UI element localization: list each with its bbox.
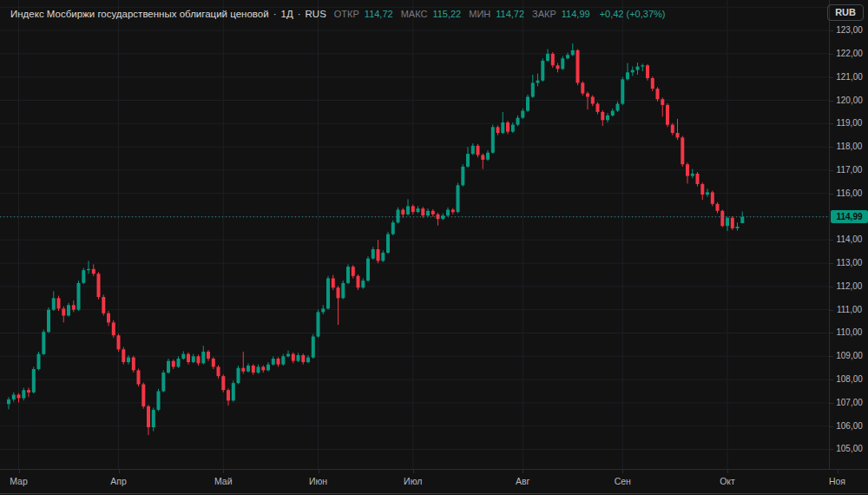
- price-axis-tick: [830, 310, 833, 311]
- price-axis-label: 107,00: [830, 398, 868, 408]
- close-value: 114,99: [562, 9, 590, 19]
- price-axis-tick: [830, 426, 833, 427]
- time-axis-tick: [523, 470, 523, 473]
- price-axis-tick: [830, 170, 833, 171]
- timeframe-label[interactable]: 1Д: [280, 9, 293, 19]
- price-axis-tick: [830, 77, 833, 78]
- price-axis-label: 108,00: [830, 374, 868, 385]
- low-value: 114,72: [496, 9, 524, 19]
- price-axis-label: 121,00: [830, 72, 868, 82]
- price-axis-tick: [830, 30, 833, 31]
- trading-chart-window: Индекс Мосбиржи государственных облигаци…: [0, 0, 868, 495]
- price-axis-tick: [830, 101, 833, 102]
- price-axis-tick: [830, 287, 833, 287]
- price-axis-tick: [830, 263, 833, 264]
- price-axis-label: 118,00: [830, 142, 868, 152]
- time-axis-label-Мар: Мар: [10, 476, 28, 486]
- price-axis-label: 120,00: [830, 96, 868, 106]
- price-axis-tick: [830, 123, 833, 124]
- price-axis-tick: [830, 333, 833, 333]
- chart-legend: Индекс Мосбиржи государственных облигаци…: [10, 7, 665, 21]
- price-axis-tick: [830, 147, 833, 148]
- time-axis-label-Апр: Апр: [110, 476, 127, 486]
- time-axis-label-Ноя: Ноя: [829, 476, 845, 486]
- price-axis-tick: [830, 449, 833, 450]
- high-label: МАКС: [401, 9, 428, 19]
- time-axis-tick: [413, 470, 414, 473]
- price-axis-tick: [830, 54, 833, 55]
- price-axis-tick: [830, 240, 833, 241]
- time-axis-label-Май: Май: [214, 476, 233, 486]
- close-label: ЗАКР: [532, 9, 556, 19]
- time-axis-tick: [319, 470, 319, 473]
- price-axis-label: 123,00: [830, 25, 868, 36]
- time-axis-tick: [223, 470, 224, 473]
- symbol-title[interactable]: Индекс Мосбиржи государственных облигаци…: [10, 9, 269, 19]
- legend-separator: ·: [273, 9, 277, 19]
- time-axis-label-Авг: Авг: [516, 476, 529, 486]
- price-axis-label: 110,00: [830, 327, 868, 338]
- open-value: 114,72: [365, 9, 393, 19]
- price-axis-label: 122,00: [830, 49, 868, 59]
- price-axis-label: 105,00: [830, 444, 868, 454]
- time-axis-label-Июн: Июн: [309, 476, 327, 486]
- time-axis-tick: [119, 470, 120, 473]
- price-axis-label: 113,00: [830, 258, 868, 268]
- time-axis-label-Июл: Июл: [404, 476, 422, 486]
- open-label: ОТКР: [334, 9, 359, 19]
- low-label: МИН: [469, 9, 490, 19]
- exchange-code: RUS: [306, 9, 326, 19]
- price-axis-label: 109,00: [830, 351, 868, 361]
- time-axis-tick: [19, 470, 20, 473]
- price-axis-label: 111,00: [830, 305, 868, 315]
- price-axis-label: 117,00: [830, 165, 868, 175]
- time-axis-tick: [727, 470, 728, 473]
- price-axis[interactable]: 114,99 123,00122,00121,00120,00119,00118…: [829, 0, 868, 469]
- chart-plot-area[interactable]: Индекс Мосбиржи государственных облигаци…: [0, 0, 829, 469]
- time-axis-tick: [622, 470, 623, 473]
- price-axis-tick: [830, 380, 833, 380]
- candlestick-chart[interactable]: [0, 0, 829, 469]
- time-axis-label-Сен: Сен: [615, 476, 631, 486]
- price-axis-label: 114,00: [830, 234, 868, 245]
- price-axis-label: 112,00: [830, 281, 868, 292]
- last-price-label: 114,99: [831, 210, 868, 223]
- price-axis-tick: [830, 356, 833, 357]
- time-axis-label-Окт: Окт: [720, 476, 735, 486]
- bottom-edge-divider: [0, 493, 868, 494]
- price-axis-label: 116,00: [830, 188, 868, 199]
- currency-button[interactable]: RUB: [827, 4, 864, 21]
- price-axis-label: 119,00: [830, 118, 868, 129]
- legend-separator: ·: [298, 9, 301, 19]
- high-value: 115,22: [432, 9, 461, 19]
- time-axis-tick: [838, 470, 838, 473]
- price-axis-tick: [830, 403, 833, 404]
- time-axis[interactable]: МарАпрМайИюнИюлАвгСенОктНоя: [0, 469, 868, 495]
- price-axis-label: 106,00: [830, 421, 868, 432]
- change-value: +0,42 (+0,37%): [600, 9, 666, 19]
- price-axis-tick: [830, 194, 833, 195]
